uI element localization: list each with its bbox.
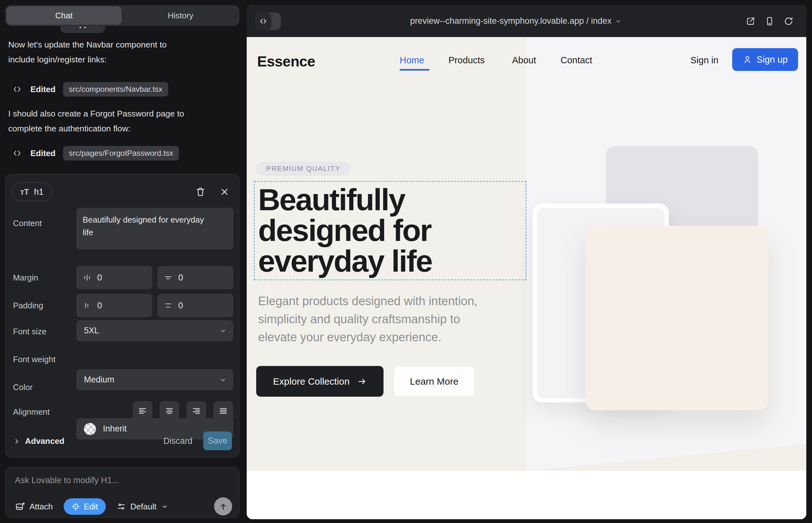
margin-x-icon: [83, 273, 91, 282]
chevron-down-icon: [615, 18, 622, 25]
color-label: Color: [13, 382, 33, 392]
url-text: preview--charming-site-symphony.lovable.…: [410, 16, 612, 26]
edited-label: Edited: [30, 148, 55, 158]
font-size-select[interactable]: 5XL: [76, 320, 233, 341]
send-button[interactable]: [214, 497, 232, 516]
align-left-button[interactable]: [133, 401, 152, 421]
attach-button[interactable]: Attach: [15, 502, 53, 511]
composer-toolbar: Attach Edit Default: [5, 498, 240, 516]
open-external-button[interactable]: [745, 16, 756, 26]
align-center-button[interactable]: [160, 401, 179, 421]
align-right-icon: [192, 406, 201, 416]
sign-in-link[interactable]: Sign in: [690, 55, 719, 66]
refresh-button[interactable]: [783, 16, 794, 26]
save-button[interactable]: Save: [203, 432, 232, 450]
element-editor-panel: тT h1 Content Beautifully designed for e…: [5, 174, 240, 458]
align-left-icon: [138, 406, 147, 416]
tab-chat[interactable]: Chat: [6, 6, 122, 25]
align-right-button[interactable]: [187, 401, 206, 421]
chevron-down-icon: [219, 376, 227, 384]
file-pill[interactable]: src/components/Navbar.tsx: [63, 82, 168, 96]
trash-icon: [195, 186, 206, 197]
chat-composer: Ask Lovable to modify H1... Attach Edit …: [5, 467, 240, 518]
chrome-actions: [745, 5, 794, 37]
sign-up-button[interactable]: Sign up: [732, 48, 798, 71]
padding-x-icon: [83, 301, 91, 310]
mobile-view-button[interactable]: [764, 16, 775, 26]
nav-home[interactable]: Home: [400, 55, 424, 66]
margin-label: Margin: [13, 273, 38, 283]
code-icon: [13, 85, 21, 94]
nav-home-underline: [400, 69, 429, 71]
file-pill[interactable]: src/pages/ForgotPassword.tsx: [63, 146, 179, 161]
chat-history-tabbar: Chat History: [5, 5, 240, 26]
edited-file-row[interactable]: Edited src/components/Navbar.tsx: [13, 82, 168, 97]
bottom-white-strip: [247, 471, 806, 519]
typography-icon: тT: [20, 187, 29, 197]
chat-message: Now let's update the Navbar component to…: [8, 37, 234, 67]
clipped-message-bubble: [60, 26, 105, 33]
premium-badge: PREMIUM QUALITY: [256, 162, 351, 176]
user-icon: [743, 55, 752, 64]
close-editor-button[interactable]: [218, 185, 231, 198]
nav-products[interactable]: Products: [448, 55, 484, 66]
discard-button[interactable]: Discard: [163, 436, 193, 446]
site-viewport: Essence Home Products About Contact Sign…: [247, 37, 806, 519]
site-logo[interactable]: Essence: [257, 53, 315, 70]
margin-y-input[interactable]: 0: [157, 266, 233, 289]
align-center-icon: [165, 406, 174, 416]
sliders-icon: [117, 502, 126, 511]
app: Chat History Now let's update the Navbar…: [0, 0, 812, 523]
chevron-right-icon: [13, 437, 21, 445]
padding-x-input[interactable]: 0: [76, 294, 152, 317]
nav-about[interactable]: About: [512, 55, 536, 66]
align-justify-button[interactable]: [213, 401, 233, 421]
hero-paragraph: Elegant products designed with intention…: [258, 292, 478, 346]
padding-label: Padding: [13, 301, 43, 310]
padding-y-icon: [164, 301, 173, 310]
chevron-down-icon: [161, 503, 169, 510]
edited-file-row[interactable]: Edited src/pages/ForgotPassword.tsx: [13, 146, 179, 161]
chevron-down-icon: [219, 327, 227, 335]
element-tag-label: h1: [34, 187, 44, 197]
composer-input[interactable]: Ask Lovable to modify H1...: [15, 475, 119, 485]
content-label: Content: [13, 218, 42, 228]
margin-x-input[interactable]: 0: [76, 266, 152, 289]
preview-panel: preview--charming-site-symphony.lovable.…: [247, 5, 806, 519]
font-weight-label: Font weight: [13, 355, 55, 364]
selected-element-tag: тT h1: [12, 182, 52, 201]
edit-mode-button[interactable]: Edit: [64, 498, 106, 515]
edited-label: Edited: [30, 85, 55, 94]
nav-contact[interactable]: Contact: [561, 55, 592, 66]
padding-y-input[interactable]: 0: [157, 294, 233, 317]
attach-image-icon: [15, 502, 25, 511]
explore-collection-button[interactable]: Explore Collection: [256, 366, 384, 397]
browser-chrome: preview--charming-site-symphony.lovable.…: [247, 5, 806, 37]
tab-history-label: History: [168, 11, 194, 21]
advanced-toggle[interactable]: Advanced: [13, 436, 64, 446]
alignment-label: Alignment: [13, 407, 50, 417]
transparency-swatch: [84, 423, 96, 435]
close-icon: [219, 187, 230, 197]
target-icon: [71, 502, 80, 511]
chat-message: I should also create a Forgot Password p…: [8, 106, 234, 136]
tab-chat-label: Chat: [55, 11, 73, 21]
content-input[interactable]: Beautifully designed for everyday life: [76, 208, 233, 250]
align-justify-icon: [218, 406, 228, 416]
arrow-up-icon: [218, 502, 228, 511]
code-icon: [13, 149, 21, 158]
arrow-right-icon: [357, 377, 367, 386]
font-size-label: Font size: [13, 327, 47, 337]
hero-heading[interactable]: Beautifully designed for everyday life: [258, 184, 432, 276]
model-default-selector[interactable]: Default: [117, 502, 169, 511]
delete-element-button[interactable]: [194, 185, 207, 198]
url-bar[interactable]: preview--charming-site-symphony.lovable.…: [247, 5, 785, 37]
font-weight-select[interactable]: Medium: [76, 369, 233, 390]
decor-card-cream: [586, 226, 768, 410]
tab-history[interactable]: History: [122, 5, 240, 26]
margin-y-icon: [164, 273, 173, 282]
learn-more-button[interactable]: Learn More: [394, 366, 475, 397]
